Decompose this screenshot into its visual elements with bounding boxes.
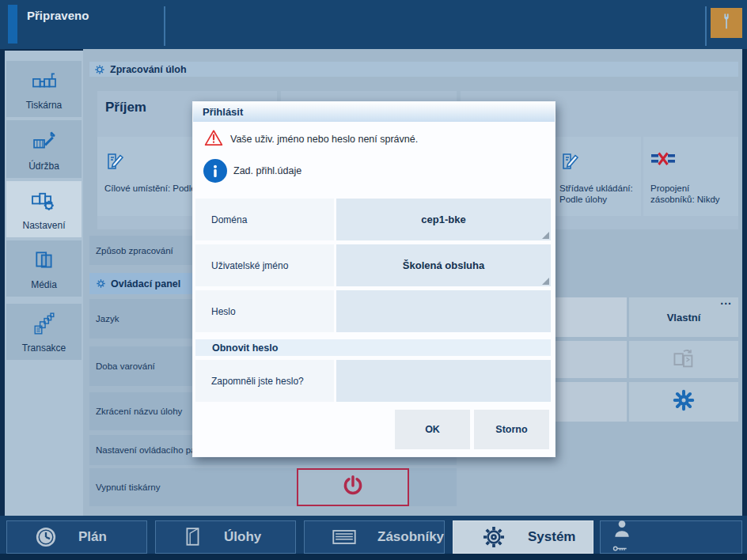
job-processing-icon bbox=[94, 64, 105, 75]
power-off-button[interactable] bbox=[297, 468, 409, 506]
control-panel-icon bbox=[96, 278, 106, 289]
tab-plan[interactable]: Plán bbox=[6, 520, 147, 554]
sidebar-item-label: Média bbox=[31, 279, 57, 290]
status-accent-bar bbox=[8, 5, 17, 44]
trays-icon bbox=[332, 527, 357, 547]
custom-button-label: Vlastní bbox=[667, 312, 701, 324]
right-row-cell bbox=[556, 382, 627, 422]
edit-pencil-icon bbox=[559, 161, 580, 174]
section-title: Zpracování úloh bbox=[110, 64, 187, 75]
transactions-icon bbox=[32, 304, 56, 342]
status-text: Připraveno bbox=[27, 9, 89, 22]
sidebar-item-transakce[interactable]: Transakce bbox=[6, 304, 82, 360]
row-label: Zkrácení názvu úlohy bbox=[96, 407, 182, 416]
forgot-password-input[interactable] bbox=[336, 360, 551, 402]
top-status-bar: Připraveno bbox=[0, 0, 747, 49]
tab-ulohy[interactable]: Úlohy bbox=[155, 520, 296, 554]
domain-value: cep1-bke bbox=[421, 214, 465, 225]
sidebar-item-label: Nastavení bbox=[22, 220, 65, 231]
tab-label: Systém bbox=[528, 529, 575, 545]
more-dots: ... bbox=[720, 294, 732, 307]
cancel-button[interactable]: Storno bbox=[474, 410, 549, 449]
password-input[interactable] bbox=[336, 290, 551, 332]
gear-icon bbox=[672, 388, 696, 415]
maintenance-icon bbox=[31, 120, 58, 161]
tab-system[interactable]: Systém bbox=[453, 520, 593, 554]
tray-link-off-icon bbox=[650, 156, 676, 169]
error-text: Vaše uživ. jméno nebo heslo není správné… bbox=[230, 134, 418, 145]
right-row-cell bbox=[556, 297, 627, 337]
tab-label: Plán bbox=[78, 529, 107, 545]
power-icon bbox=[340, 473, 366, 501]
username-input[interactable]: Školená obsluha bbox=[336, 244, 551, 286]
username-label: Uživatelské jméno bbox=[195, 244, 334, 286]
topbar-divider bbox=[164, 6, 165, 46]
forgot-password-label: Zapomněli jste heslo? bbox=[195, 360, 334, 402]
sidebar-item-label: Tiskárna bbox=[26, 100, 63, 111]
login-info-message: Zad. přihl.údaje bbox=[203, 159, 301, 183]
resize-grip-icon bbox=[542, 232, 549, 239]
service-wrench-button[interactable] bbox=[711, 8, 742, 38]
wrench-icon bbox=[718, 9, 735, 36]
row-label: Vypnutí tiskárny bbox=[96, 482, 160, 492]
warning-icon bbox=[204, 129, 223, 149]
login-error-message: Vaše uživ. jméno nebo heslo není správné… bbox=[204, 129, 418, 149]
bottom-border bbox=[0, 554, 747, 560]
card-stridave-ukladani[interactable]: Střídavé ukládání: Podle úlohy bbox=[552, 137, 641, 216]
tab-label: Zásobníky bbox=[377, 529, 444, 545]
section-header-zpracovani-uloh: Zpracování úloh bbox=[89, 62, 738, 77]
sidebar-item-tiskarna[interactable]: Tiskárna bbox=[6, 61, 82, 117]
custom-button[interactable]: ... Vlastní bbox=[629, 297, 738, 337]
printer-icon bbox=[31, 61, 58, 100]
edit-pencil-icon bbox=[104, 161, 125, 174]
info-text: Zad. přihl.údaje bbox=[233, 165, 301, 176]
copy-settings-button-disabled[interactable] bbox=[629, 341, 738, 378]
card-label: Propojení zásobníků: Nikdy bbox=[650, 183, 734, 205]
sidebar-item-label: Údržba bbox=[28, 161, 59, 172]
row-label: Způsob zpracování bbox=[96, 246, 173, 255]
section-title: Ovládací panel bbox=[111, 278, 180, 289]
domain-label: Doména bbox=[195, 199, 334, 240]
username-value: Školená obsluha bbox=[403, 259, 484, 271]
bottom-nav-bar: Plán Úlohy Zásobníky Systém bbox=[0, 516, 747, 554]
right-row-cell bbox=[556, 341, 627, 378]
system-gear-icon bbox=[480, 524, 507, 551]
login-dialog: Přihlásit Vaše uživ. jméno nebo heslo ne… bbox=[192, 101, 556, 457]
dialog-title-bar: Přihlásit bbox=[193, 102, 555, 122]
clock-icon bbox=[34, 525, 58, 549]
tab-zasobniky[interactable]: Zásobníky bbox=[304, 520, 445, 554]
ok-button[interactable]: OK bbox=[395, 410, 470, 449]
card-label: Střídavé ukládání: Podle úlohy bbox=[559, 183, 636, 205]
topbar-divider bbox=[705, 6, 707, 46]
printer-settings-icon bbox=[30, 181, 59, 220]
card-propojeni-zasobniku[interactable]: Propojení zásobníků: Nikdy bbox=[643, 137, 738, 216]
user-icon bbox=[612, 519, 632, 541]
login-user-button[interactable] bbox=[600, 520, 742, 554]
sidebar-item-media[interactable]: Média bbox=[6, 240, 82, 297]
password-label: Heslo bbox=[195, 290, 334, 332]
tab-label: Úlohy bbox=[224, 529, 261, 545]
jobs-document-icon bbox=[183, 525, 203, 549]
sidebar-item-nastaveni[interactable]: Nastavení bbox=[6, 181, 82, 237]
info-icon bbox=[203, 159, 227, 183]
sidebar-item-label: Transakce bbox=[22, 342, 66, 354]
resize-grip-icon bbox=[542, 278, 549, 285]
sidebar-item-udrzba[interactable]: Údržba bbox=[6, 120, 82, 178]
domain-input[interactable]: cep1-bke bbox=[336, 199, 551, 240]
copy-pages-icon bbox=[672, 347, 696, 373]
settings-gear-button[interactable] bbox=[629, 382, 738, 422]
sidebar: Tiskárna Údržba Nastavení Média Transakc… bbox=[5, 51, 83, 516]
printer-control-screen: Připraveno Tiskárna Údržba Nastaven bbox=[0, 0, 747, 560]
row-label: Jazyk bbox=[96, 314, 119, 324]
row-label: Doba varování bbox=[96, 361, 155, 371]
media-sheets-icon bbox=[32, 240, 56, 279]
reset-password-section-header: Obnovit heslo bbox=[195, 339, 551, 356]
panel-title-prijem: Příjem bbox=[105, 100, 146, 115]
